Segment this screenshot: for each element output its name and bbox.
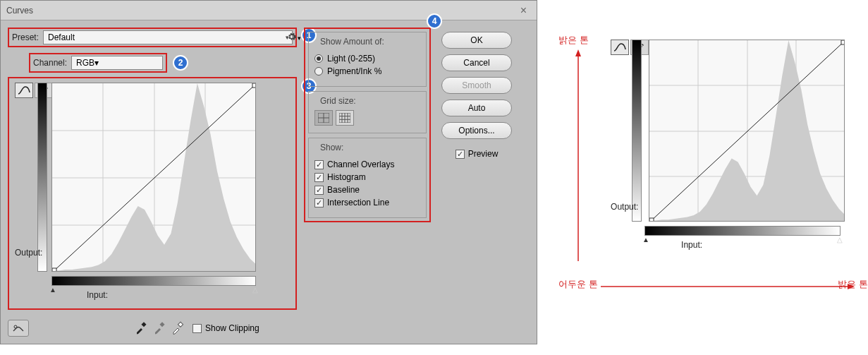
marker-2: 2	[173, 55, 188, 71]
channel-row: Channel: RGB ▾	[29, 53, 167, 73]
checkbox-icon	[456, 150, 465, 159]
chk-show-clipping[interactable]: Show Clipping	[192, 323, 259, 333]
channel-value: RGB	[76, 58, 94, 68]
svg-rect-19	[141, 322, 146, 327]
channel-label: Channel:	[33, 58, 67, 68]
annot-bright-right: 밝은 톤	[838, 278, 868, 291]
radio-light-label: Light (0-255)	[327, 54, 375, 64]
grid-coarse-icon[interactable]	[314, 110, 333, 126]
grid-fine-icon[interactable]	[336, 110, 354, 126]
arrow-up-icon	[573, 49, 584, 268]
annotation-panel: 밝은 톤	[558, 0, 868, 344]
chk-preview[interactable]: Preview	[456, 149, 499, 159]
curve-svg	[52, 83, 256, 272]
smooth-button[interactable]: Smooth	[441, 77, 512, 94]
bottom-toolbar: Show Clipping	[8, 320, 290, 337]
arrow-right-icon	[601, 281, 855, 292]
radio-pigment-label: Pigment/Ink %	[327, 66, 381, 76]
curve-svg	[649, 40, 845, 222]
auto-button[interactable]: Auto	[441, 100, 512, 116]
white-point-slider-icon[interactable]: △	[837, 236, 843, 243]
preset-value: Default	[48, 32, 75, 42]
spline-tool-icon[interactable]	[611, 40, 629, 55]
curve-canvas[interactable]	[649, 40, 845, 222]
marker-4: 4	[427, 13, 442, 29]
input-gradient[interactable]: ▲ △	[51, 276, 256, 286]
svg-marker-23	[575, 49, 581, 56]
channel-select[interactable]: RGB ▾	[71, 56, 163, 70]
annot-dark: 어두운 톤	[558, 278, 598, 291]
black-point-slider-icon[interactable]: ▲	[642, 236, 649, 243]
preset-label: Preset:	[12, 32, 39, 42]
svg-rect-21	[178, 322, 183, 327]
checkbox-icon	[314, 160, 324, 169]
chk-baseline[interactable]: Baseline	[314, 185, 420, 195]
dialog-title: Curves	[6, 6, 516, 16]
black-eyedropper-icon[interactable]	[135, 320, 149, 337]
chk-overlays[interactable]: Channel Overlays	[314, 160, 420, 169]
radio-icon	[314, 67, 323, 76]
title-bar: Curves ×	[1, 1, 537, 20]
curves-dialog: Curves × Preset: Default ▾ ▾	[0, 0, 537, 344]
radio-pigment[interactable]: Pigment/Ink %	[314, 66, 420, 76]
options-button[interactable]: Options...	[441, 122, 512, 139]
checkbox-icon	[314, 198, 324, 207]
display-options: 4 Show Amount of: Light (0-255) Pigment/…	[304, 28, 431, 310]
svg-rect-7	[52, 268, 56, 272]
svg-rect-20	[159, 322, 164, 327]
curve-canvas[interactable]	[51, 83, 256, 272]
input-label: Input:	[681, 240, 702, 250]
output-label: Output:	[611, 202, 638, 212]
checkbox-icon	[314, 173, 324, 182]
input-gradient[interactable]: ▲ △	[644, 226, 841, 236]
annot-bright-top: 밝은 톤	[558, 34, 589, 47]
spline-tool-icon[interactable]	[15, 83, 33, 98]
buttons-column: OK Cancel Smooth Auto Options... Preview	[438, 28, 515, 310]
black-point-slider-icon[interactable]: ▲	[49, 286, 56, 294]
preset-row: Preset: Default ▾	[8, 28, 297, 47]
white-eyedropper-icon[interactable]	[171, 320, 185, 337]
svg-rect-31	[649, 218, 654, 222]
chk-histogram[interactable]: Histogram	[314, 172, 420, 182]
checkbox-icon	[192, 324, 202, 333]
show-amount-legend: Show Amount of:	[317, 37, 387, 47]
show-legend: Show:	[317, 143, 346, 152]
checkbox-icon	[314, 186, 324, 195]
curve-graph-box: Output: ▲ △ Input:	[8, 77, 297, 310]
svg-point-18	[14, 325, 17, 328]
output-gradient[interactable]	[37, 83, 47, 272]
radio-icon	[314, 54, 323, 63]
cancel-button[interactable]: Cancel	[441, 54, 512, 71]
gear-icon[interactable]	[287, 32, 297, 44]
ok-button[interactable]: OK	[441, 32, 512, 49]
chevron-down-icon: ▾	[94, 58, 99, 68]
white-point-slider-icon[interactable]: △	[252, 286, 258, 294]
close-icon[interactable]: ×	[516, 4, 531, 17]
svg-rect-32	[841, 40, 845, 44]
preset-select[interactable]: Default ▾	[43, 30, 293, 44]
svg-rect-8	[252, 83, 256, 88]
gray-eyedropper-icon[interactable]	[153, 320, 167, 337]
chk-intersection[interactable]: Intersection Line	[314, 198, 420, 207]
left-column: Preset: Default ▾ ▾ 1 Channel:	[8, 28, 297, 310]
radio-light[interactable]: Light (0-255)	[314, 54, 420, 64]
output-label: Output:	[15, 248, 42, 258]
output-gradient[interactable]	[632, 40, 642, 222]
target-adjust-icon[interactable]	[8, 320, 29, 337]
input-label: Input:	[87, 290, 108, 300]
grid-size-legend: Grid size:	[317, 96, 359, 106]
